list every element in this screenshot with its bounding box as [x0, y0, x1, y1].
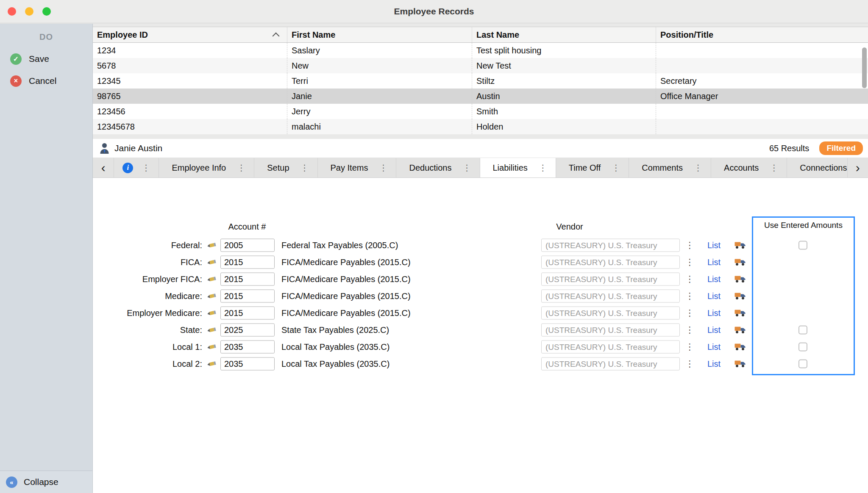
column-header-position-title[interactable]: Position/Title: [656, 27, 868, 42]
tab-label: Setup: [267, 163, 289, 173]
tab-menu-icon[interactable]: ⋮: [300, 163, 309, 172]
vendor-input[interactable]: [541, 324, 680, 337]
tab-menu-icon[interactable]: ⋮: [379, 163, 387, 172]
table-row[interactable]: 123456 Jerry Smith: [93, 104, 868, 119]
filtered-badge[interactable]: Filtered: [819, 141, 863, 155]
use-entered-amounts-checkbox[interactable]: [798, 360, 807, 368]
scrollbar-thumb[interactable]: [862, 47, 867, 88]
column-header-last-name[interactable]: Last Name: [472, 27, 656, 42]
vendor-list-link[interactable]: List: [707, 291, 721, 301]
truck-icon[interactable]: [734, 360, 746, 368]
table-scrollbar[interactable]: [862, 44, 867, 133]
vendor-list-link[interactable]: List: [707, 241, 721, 250]
vendor-list-link[interactable]: List: [707, 308, 721, 318]
tabs-scroll-right-button[interactable]: ›: [847, 158, 868, 177]
vendor-list-link[interactable]: List: [707, 325, 721, 335]
use-entered-amounts-checkbox[interactable]: [798, 241, 807, 250]
tab-menu-icon[interactable]: ⋮: [694, 163, 702, 172]
tab-menu-icon[interactable]: ⋮: [142, 163, 150, 172]
account-number-input[interactable]: [220, 290, 275, 303]
truck-icon[interactable]: [734, 309, 746, 317]
cell-employee-id: 98765: [93, 89, 287, 104]
vendor-input[interactable]: [541, 273, 680, 286]
tab-menu-icon[interactable]: ⋮: [237, 163, 245, 172]
vendor-list-link[interactable]: List: [707, 274, 721, 284]
table-row-selected[interactable]: 98765 Janie Austin Office Manager: [93, 89, 868, 104]
vendor-list-link[interactable]: List: [707, 342, 721, 352]
use-entered-amounts-checkbox[interactable]: [798, 343, 807, 352]
vendor-menu-icon[interactable]: ⋮: [685, 274, 694, 284]
tab-setup[interactable]: Setup ⋮: [254, 158, 317, 177]
edit-pencil-icon[interactable]: [207, 241, 217, 249]
vendor-input[interactable]: [541, 307, 680, 320]
collapse-button[interactable]: « Collapse: [0, 471, 92, 493]
tab-pay-items[interactable]: Pay Items ⋮: [317, 158, 396, 177]
vendor-input[interactable]: [541, 357, 680, 371]
account-number-input[interactable]: [220, 256, 275, 269]
account-number-input[interactable]: [220, 239, 275, 252]
account-number-input[interactable]: [220, 357, 275, 371]
vendor-menu-icon[interactable]: ⋮: [685, 342, 694, 352]
tab-menu-icon[interactable]: ⋮: [463, 163, 471, 172]
account-number-input[interactable]: [220, 273, 275, 286]
vendor-input[interactable]: [541, 256, 680, 269]
edit-pencil-icon[interactable]: [207, 326, 217, 334]
vendor-menu-icon[interactable]: ⋮: [685, 308, 694, 318]
truck-icon[interactable]: [734, 258, 746, 266]
close-window-button[interactable]: [8, 7, 16, 16]
truck-icon[interactable]: [734, 343, 746, 351]
table-row[interactable]: 1234 Saslary Test split housing: [93, 43, 868, 58]
vendor-list-link[interactable]: List: [707, 359, 721, 369]
window-title: Employee Records: [394, 6, 474, 17]
vendor-input[interactable]: [541, 239, 680, 252]
tab-liabilities[interactable]: Liabilities ⋮: [480, 158, 556, 177]
vendor-menu-icon[interactable]: ⋮: [685, 257, 694, 267]
use-entered-amounts-checkbox[interactable]: [798, 326, 807, 335]
tab-info[interactable]: i ⋮: [114, 158, 159, 177]
account-number-input[interactable]: [220, 307, 275, 320]
vendor-input[interactable]: [541, 290, 680, 303]
vendor-menu-icon[interactable]: ⋮: [685, 325, 694, 335]
tab-label: Deductions: [409, 163, 451, 173]
truck-icon[interactable]: [734, 275, 746, 283]
truck-icon[interactable]: [734, 241, 746, 249]
results-count: 65 Results: [769, 144, 810, 153]
edit-pencil-icon[interactable]: [207, 309, 217, 317]
column-header-first-name[interactable]: First Name: [287, 27, 472, 42]
column-header-employee-id[interactable]: Employee ID: [93, 27, 287, 42]
table-row[interactable]: 12345 Terri Stiltz Secretary: [93, 73, 868, 89]
tab-comments[interactable]: Comments ⋮: [629, 158, 711, 177]
tabs-scroll-left-button[interactable]: ‹: [93, 158, 114, 177]
tab-time-off[interactable]: Time Off ⋮: [556, 158, 629, 177]
tab-accounts[interactable]: Accounts ⋮: [711, 158, 787, 177]
info-icon[interactable]: i: [122, 163, 133, 173]
cancel-button[interactable]: × Cancel: [0, 70, 92, 92]
table-row[interactable]: 12345678 malachi Holden: [93, 119, 868, 134]
tab-menu-icon[interactable]: ⋮: [770, 163, 778, 172]
edit-pencil-icon[interactable]: [207, 360, 217, 368]
edit-pencil-icon[interactable]: [207, 343, 217, 351]
save-button[interactable]: ✓ Save: [0, 48, 92, 70]
tab-menu-icon[interactable]: ⋮: [539, 163, 547, 172]
minimize-window-button[interactable]: [25, 7, 33, 16]
vendor-menu-icon[interactable]: ⋮: [685, 291, 694, 301]
edit-pencil-icon[interactable]: [207, 258, 217, 266]
account-number-input[interactable]: [220, 341, 275, 354]
tab-employee-info[interactable]: Employee Info ⋮: [159, 158, 254, 177]
vendor-list-link[interactable]: List: [707, 258, 721, 267]
table-row[interactable]: 5678 New New Test: [93, 58, 868, 73]
edit-pencil-icon[interactable]: [207, 292, 217, 300]
tab-connections[interactable]: Connections: [787, 158, 847, 177]
edit-pencil-icon[interactable]: [207, 275, 217, 283]
truck-icon[interactable]: [734, 326, 746, 334]
vendor-input[interactable]: [541, 341, 680, 354]
sort-ascending-icon: [273, 33, 280, 40]
vendor-menu-icon[interactable]: ⋮: [685, 240, 694, 250]
account-number-input[interactable]: [220, 324, 275, 337]
vendor-menu-icon[interactable]: ⋮: [685, 359, 694, 369]
truck-icon[interactable]: [734, 292, 746, 300]
tab-menu-icon[interactable]: ⋮: [612, 163, 620, 172]
window-controls: [8, 0, 51, 23]
zoom-window-button[interactable]: [42, 7, 51, 16]
tab-deductions[interactable]: Deductions ⋮: [396, 158, 479, 177]
